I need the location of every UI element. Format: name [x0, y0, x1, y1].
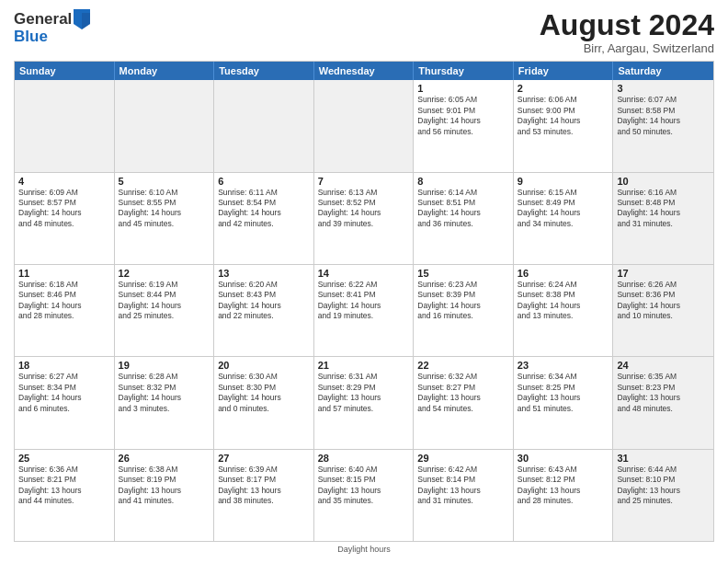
cal-cell-13: 13Sunrise: 6:20 AM Sunset: 8:43 PM Dayli…	[214, 265, 314, 356]
cal-cell-15: 15Sunrise: 6:23 AM Sunset: 8:39 PM Dayli…	[414, 265, 514, 356]
footer-note: Daylight hours	[14, 545, 714, 554]
day-number: 27	[218, 453, 310, 464]
cal-cell-5: 5Sunrise: 6:10 AM Sunset: 8:55 PM Daylig…	[115, 173, 215, 264]
day-info: Sunrise: 6:27 AM Sunset: 8:34 PM Dayligh…	[18, 372, 110, 414]
logo-icon	[74, 9, 90, 29]
day-info: Sunrise: 6:26 AM Sunset: 8:36 PM Dayligh…	[617, 280, 710, 322]
header-cell-tuesday: Tuesday	[214, 62, 314, 80]
cal-cell-8: 8Sunrise: 6:14 AM Sunset: 8:51 PM Daylig…	[414, 173, 514, 264]
day-number: 25	[18, 453, 110, 464]
day-number: 31	[617, 453, 710, 464]
calendar-header: SundayMondayTuesdayWednesdayThursdayFrid…	[15, 62, 713, 80]
day-info: Sunrise: 6:42 AM Sunset: 8:14 PM Dayligh…	[417, 465, 509, 507]
day-number: 5	[119, 176, 210, 187]
day-info: Sunrise: 6:07 AM Sunset: 8:58 PM Dayligh…	[617, 95, 710, 137]
cal-cell-27: 27Sunrise: 6:39 AM Sunset: 8:17 PM Dayli…	[214, 450, 314, 541]
cal-cell-2: 2Sunrise: 6:06 AM Sunset: 9:00 PM Daylig…	[514, 80, 614, 171]
day-info: Sunrise: 6:43 AM Sunset: 8:12 PM Dayligh…	[518, 465, 609, 507]
day-number: 26	[119, 453, 210, 464]
day-info: Sunrise: 6:30 AM Sunset: 8:30 PM Dayligh…	[218, 372, 310, 414]
cal-cell-22: 22Sunrise: 6:32 AM Sunset: 8:27 PM Dayli…	[414, 357, 514, 448]
day-number: 12	[119, 268, 210, 279]
cal-cell-empty-2	[214, 80, 314, 171]
month-title: August 2024	[540, 9, 714, 41]
day-number: 23	[518, 360, 609, 371]
day-number: 11	[18, 268, 110, 279]
day-number: 22	[417, 360, 509, 371]
day-number: 19	[119, 360, 210, 371]
week-row-4: 18Sunrise: 6:27 AM Sunset: 8:34 PM Dayli…	[15, 357, 713, 449]
day-number: 17	[617, 268, 710, 279]
cal-cell-empty-1	[115, 80, 215, 171]
cal-cell-3: 3Sunrise: 6:07 AM Sunset: 8:58 PM Daylig…	[613, 80, 713, 171]
cal-cell-31: 31Sunrise: 6:44 AM Sunset: 8:10 PM Dayli…	[613, 450, 713, 541]
day-info: Sunrise: 6:23 AM Sunset: 8:39 PM Dayligh…	[417, 280, 509, 322]
day-info: Sunrise: 6:28 AM Sunset: 8:32 PM Dayligh…	[119, 372, 210, 414]
header: General Blue August 2024 Birr, Aargau, S…	[14, 9, 714, 55]
day-info: Sunrise: 6:20 AM Sunset: 8:43 PM Dayligh…	[218, 280, 310, 322]
cal-cell-14: 14Sunrise: 6:22 AM Sunset: 8:41 PM Dayli…	[314, 265, 415, 356]
cal-cell-empty-3	[314, 80, 415, 171]
cal-cell-9: 9Sunrise: 6:15 AM Sunset: 8:49 PM Daylig…	[514, 173, 614, 264]
day-number: 1	[417, 83, 509, 94]
day-number: 7	[318, 176, 410, 187]
day-number: 29	[417, 453, 509, 464]
logo-blue-text: Blue	[14, 28, 90, 46]
cal-cell-21: 21Sunrise: 6:31 AM Sunset: 8:29 PM Dayli…	[314, 357, 415, 448]
day-number: 20	[218, 360, 310, 371]
calendar-body: 1Sunrise: 6:05 AM Sunset: 9:01 PM Daylig…	[15, 80, 713, 541]
day-info: Sunrise: 6:11 AM Sunset: 8:54 PM Dayligh…	[218, 188, 310, 230]
cal-cell-23: 23Sunrise: 6:34 AM Sunset: 8:25 PM Dayli…	[514, 357, 614, 448]
day-info: Sunrise: 6:38 AM Sunset: 8:19 PM Dayligh…	[119, 465, 210, 507]
day-number: 3	[617, 83, 710, 94]
day-info: Sunrise: 6:34 AM Sunset: 8:25 PM Dayligh…	[518, 372, 609, 414]
day-info: Sunrise: 6:14 AM Sunset: 8:51 PM Dayligh…	[417, 188, 509, 230]
day-info: Sunrise: 6:15 AM Sunset: 8:49 PM Dayligh…	[518, 188, 609, 230]
day-info: Sunrise: 6:39 AM Sunset: 8:17 PM Dayligh…	[218, 465, 310, 507]
day-info: Sunrise: 6:36 AM Sunset: 8:21 PM Dayligh…	[18, 465, 110, 507]
logo-general-text: General	[14, 10, 72, 29]
day-number: 14	[318, 268, 410, 279]
cal-cell-1: 1Sunrise: 6:05 AM Sunset: 9:01 PM Daylig…	[414, 80, 514, 171]
cal-cell-7: 7Sunrise: 6:13 AM Sunset: 8:52 PM Daylig…	[314, 173, 415, 264]
day-number: 18	[18, 360, 110, 371]
header-cell-thursday: Thursday	[414, 62, 514, 80]
day-number: 21	[318, 360, 410, 371]
cal-cell-10: 10Sunrise: 6:16 AM Sunset: 8:48 PM Dayli…	[613, 173, 713, 264]
day-info: Sunrise: 6:10 AM Sunset: 8:55 PM Dayligh…	[119, 188, 210, 230]
page: General Blue August 2024 Birr, Aargau, S…	[0, 0, 728, 563]
day-info: Sunrise: 6:09 AM Sunset: 8:57 PM Dayligh…	[18, 188, 110, 230]
cal-cell-6: 6Sunrise: 6:11 AM Sunset: 8:54 PM Daylig…	[214, 173, 314, 264]
cal-cell-19: 19Sunrise: 6:28 AM Sunset: 8:32 PM Dayli…	[115, 357, 215, 448]
cal-cell-18: 18Sunrise: 6:27 AM Sunset: 8:34 PM Dayli…	[15, 357, 115, 448]
logo: General Blue	[14, 9, 90, 46]
day-info: Sunrise: 6:24 AM Sunset: 8:38 PM Dayligh…	[518, 280, 609, 322]
day-number: 8	[417, 176, 509, 187]
week-row-2: 4Sunrise: 6:09 AM Sunset: 8:57 PM Daylig…	[15, 173, 713, 265]
day-info: Sunrise: 6:19 AM Sunset: 8:44 PM Dayligh…	[119, 280, 210, 322]
day-number: 24	[617, 360, 710, 371]
cal-cell-30: 30Sunrise: 6:43 AM Sunset: 8:12 PM Dayli…	[514, 450, 614, 541]
week-row-5: 25Sunrise: 6:36 AM Sunset: 8:21 PM Dayli…	[15, 450, 713, 541]
header-cell-sunday: Sunday	[15, 62, 115, 80]
day-info: Sunrise: 6:44 AM Sunset: 8:10 PM Dayligh…	[617, 465, 710, 507]
cal-cell-11: 11Sunrise: 6:18 AM Sunset: 8:46 PM Dayli…	[15, 265, 115, 356]
day-info: Sunrise: 6:31 AM Sunset: 8:29 PM Dayligh…	[318, 372, 410, 414]
week-row-1: 1Sunrise: 6:05 AM Sunset: 9:01 PM Daylig…	[15, 80, 713, 172]
day-info: Sunrise: 6:16 AM Sunset: 8:48 PM Dayligh…	[617, 188, 710, 230]
cal-cell-17: 17Sunrise: 6:26 AM Sunset: 8:36 PM Dayli…	[613, 265, 713, 356]
day-info: Sunrise: 6:40 AM Sunset: 8:15 PM Dayligh…	[318, 465, 410, 507]
cal-cell-25: 25Sunrise: 6:36 AM Sunset: 8:21 PM Dayli…	[15, 450, 115, 541]
day-number: 16	[518, 268, 609, 279]
header-cell-wednesday: Wednesday	[314, 62, 415, 80]
cal-cell-29: 29Sunrise: 6:42 AM Sunset: 8:14 PM Dayli…	[414, 450, 514, 541]
day-info: Sunrise: 6:18 AM Sunset: 8:46 PM Dayligh…	[18, 280, 110, 322]
cal-cell-28: 28Sunrise: 6:40 AM Sunset: 8:15 PM Dayli…	[314, 450, 415, 541]
day-info: Sunrise: 6:22 AM Sunset: 8:41 PM Dayligh…	[318, 280, 410, 322]
day-info: Sunrise: 6:32 AM Sunset: 8:27 PM Dayligh…	[417, 372, 509, 414]
calendar: SundayMondayTuesdayWednesdayThursdayFrid…	[14, 61, 714, 542]
day-number: 30	[518, 453, 609, 464]
day-info: Sunrise: 6:35 AM Sunset: 8:23 PM Dayligh…	[617, 372, 710, 414]
header-cell-monday: Monday	[115, 62, 215, 80]
title-block: August 2024 Birr, Aargau, Switzerland	[540, 9, 714, 55]
